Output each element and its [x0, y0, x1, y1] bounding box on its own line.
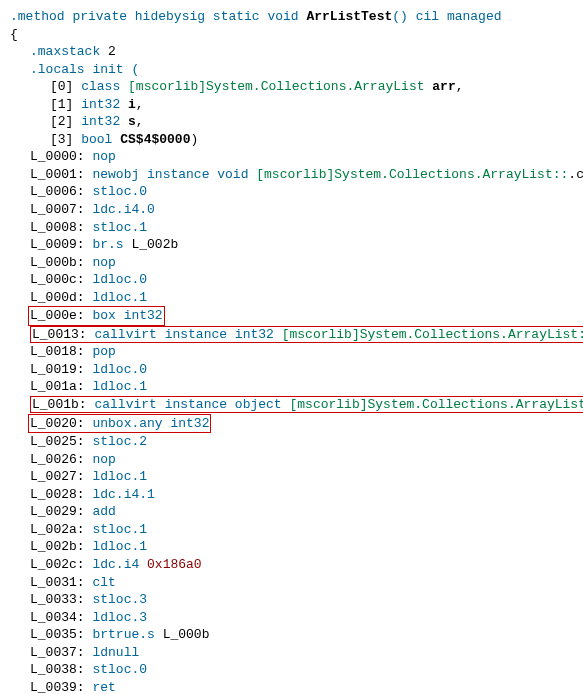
- il-line: L_0013: callvirt instance int32 [mscorli…: [10, 326, 573, 344]
- il-label: L_000e:: [30, 308, 92, 323]
- il-label: L_0037:: [30, 645, 92, 660]
- locals-init: .locals init (: [10, 61, 573, 79]
- il-opcode: ldloc.3: [92, 610, 147, 625]
- il-opcode: ldloc.1: [92, 290, 147, 305]
- il-label: L_0020:: [30, 416, 92, 431]
- method-name: ArrListTest: [306, 9, 392, 24]
- il-line: L_000c: ldloc.0: [10, 271, 573, 289]
- il-opcode: callvirt: [94, 397, 156, 412]
- local-kw: class: [81, 79, 128, 94]
- il-label: L_001a:: [30, 379, 92, 394]
- il-label: L_001b:: [32, 397, 94, 412]
- local-index: [3]: [50, 132, 81, 147]
- il-line: L_0029: add: [10, 503, 573, 521]
- il-opcode: stloc.1: [92, 522, 147, 537]
- local-index: [2]: [50, 114, 81, 129]
- il-label: L_002a:: [30, 522, 92, 537]
- il-opcode: br.s: [92, 237, 123, 252]
- il-line: L_000d: ldloc.1: [10, 289, 573, 307]
- il-label: L_002b:: [30, 539, 92, 554]
- il-line: L_0039: ret: [10, 679, 573, 694]
- il-label: L_0031:: [30, 575, 92, 590]
- il-label: L_0018:: [30, 344, 92, 359]
- il-opcode: add: [92, 504, 115, 519]
- sig-suffix: () cil managed: [392, 9, 501, 24]
- il-opcode: box: [92, 308, 115, 323]
- il-opcode: clt: [92, 575, 115, 590]
- local-decl: [1] int32 i,: [10, 96, 573, 114]
- il-opcode: ldloc.1: [92, 539, 147, 554]
- il-opcode: pop: [92, 344, 115, 359]
- local-comma: ,: [136, 114, 144, 129]
- local-kw: bool: [81, 132, 120, 147]
- il-label: L_0027:: [30, 469, 92, 484]
- method-signature: .method private hidebysig static void Ar…: [10, 8, 573, 26]
- il-line: L_0037: ldnull: [10, 644, 573, 662]
- highlighted-box: L_0013: callvirt instance int32 [mscorli…: [30, 326, 583, 343]
- il-line: L_000e: box int32: [10, 306, 573, 326]
- il-opcode: ldloc.1: [92, 379, 147, 394]
- il-label: L_000b:: [30, 255, 92, 270]
- il-label: L_0019:: [30, 362, 92, 377]
- il-label: L_0034:: [30, 610, 92, 625]
- maxstack-kw: .maxstack: [30, 44, 108, 59]
- il-label: L_0006:: [30, 184, 92, 199]
- local-var: i: [128, 97, 136, 112]
- local-index: [0]: [50, 79, 81, 94]
- highlighted-box: L_000e: box int32: [28, 306, 165, 326]
- il-opcode: nop: [92, 452, 115, 467]
- local-kw: int32: [81, 114, 128, 129]
- il-opcode: callvirt: [94, 327, 156, 342]
- il-label: L_0029:: [30, 504, 92, 519]
- sig-prefix: .method private hidebysig static void: [10, 9, 306, 24]
- brace-open: {: [10, 26, 573, 44]
- local-decl: [0] class [mscorlib]System.Collections.A…: [10, 78, 573, 96]
- maxstack-val: 2: [108, 44, 116, 59]
- il-line: L_000b: nop: [10, 254, 573, 272]
- il-line: L_0018: pop: [10, 343, 573, 361]
- locals-init-kw: .locals init (: [30, 62, 139, 77]
- il-line: L_0035: brtrue.s L_000b: [10, 626, 573, 644]
- il-code-view: .method private hidebysig static void Ar…: [10, 8, 573, 694]
- il-opcode: nop: [92, 149, 115, 164]
- il-arg: L_000b: [155, 627, 210, 642]
- il-opcode: stloc.0: [92, 184, 147, 199]
- il-opcode: stloc.0: [92, 662, 147, 677]
- il-line: L_0001: newobj instance void [mscorlib]S…: [10, 166, 573, 184]
- il-opcode: ldloc.0: [92, 272, 147, 287]
- il-line: L_002a: stloc.1: [10, 521, 573, 539]
- il-opcode: ldloc.0: [92, 362, 147, 377]
- il-label: L_0007:: [30, 202, 92, 217]
- il-label: L_0008:: [30, 220, 92, 235]
- il-argtype: int32: [124, 308, 163, 323]
- local-var: arr: [432, 79, 455, 94]
- local-var: s: [128, 114, 136, 129]
- local-var: CS$4$0000: [120, 132, 190, 147]
- il-line: L_0019: ldloc.0: [10, 361, 573, 379]
- il-opcode: ldloc.1: [92, 469, 147, 484]
- il-line: L_0034: ldloc.3: [10, 609, 573, 627]
- il-line: L_0006: stloc.0: [10, 183, 573, 201]
- maxstack-line: .maxstack 2: [10, 43, 573, 61]
- il-mid: instance object: [165, 397, 290, 412]
- il-line: L_001a: ldloc.1: [10, 378, 573, 396]
- local-comma: ,: [136, 97, 144, 112]
- il-line: L_002c: ldc.i4 0x186a0: [10, 556, 573, 574]
- local-decl: [2] int32 s,: [10, 113, 573, 131]
- il-label: L_0013:: [32, 327, 94, 342]
- il-line: L_0033: stloc.3: [10, 591, 573, 609]
- il-label: L_0038:: [30, 662, 92, 677]
- il-label: L_002c:: [30, 557, 92, 572]
- local-type: [mscorlib]System.Collections.ArrayList: [128, 79, 432, 94]
- il-literal: 0x186a0: [147, 557, 202, 572]
- il-tail: .ctor(): [568, 167, 583, 182]
- il-label: L_0028:: [30, 487, 92, 502]
- il-line: L_0027: ldloc.1: [10, 468, 573, 486]
- local-comma: ): [190, 132, 198, 147]
- il-opcode: ldc.i4.0: [92, 202, 154, 217]
- il-line: L_0020: unbox.any int32: [10, 414, 573, 434]
- local-index: [1]: [50, 97, 81, 112]
- il-opcode: ldc.i4: [92, 557, 139, 572]
- il-opcode: unbox.any: [92, 416, 162, 431]
- il-opcode: ldc.i4.1: [92, 487, 154, 502]
